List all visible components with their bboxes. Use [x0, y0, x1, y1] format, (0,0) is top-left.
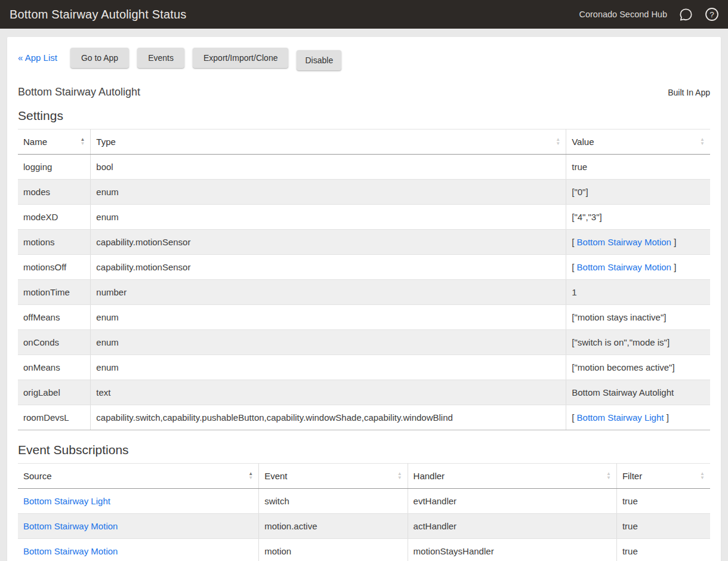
header-right-group: Coronado Second Hub ?	[579, 7, 720, 22]
settings-heading: Settings	[18, 109, 710, 123]
event-source: Bottom Stairway Light	[18, 489, 259, 514]
column-label: Source	[23, 471, 52, 481]
app-title-row: Bottom Stairway Autolight Built In App	[18, 86, 710, 98]
settings-row: motionscapability.motionSensor[ Bottom S…	[18, 230, 710, 255]
sort-icon: ▲▼	[700, 472, 705, 480]
events-col-event[interactable]: Event ▲▼	[259, 464, 408, 489]
settings-row: roomDevsLcapability.switch,capability.pu…	[18, 405, 710, 430]
setting-value: ["4","3"]	[566, 205, 710, 230]
settings-row: origLabeltextBottom Stairway Autolight	[18, 380, 710, 405]
settings-row: motionTimenumber1	[18, 280, 710, 305]
event-subscriptions-heading: Event Subscriptions	[18, 443, 710, 457]
setting-type: bool	[91, 155, 566, 180]
event-handler: evtHandler	[408, 489, 616, 514]
setting-type: capability.motionSensor	[91, 230, 566, 255]
settings-col-value[interactable]: Value ▲▼	[566, 130, 710, 155]
device-link[interactable]: Bottom Stairway Light	[23, 496, 110, 506]
settings-row: loggingbooltrue	[18, 155, 710, 180]
toolbar: « App List Go to App Events Export/Impor…	[18, 45, 710, 70]
setting-value: [ Bottom Stairway Motion ]	[566, 255, 710, 280]
events-header-row: Source ▲▼ Event ▲▼ Handler ▲▼ Filter ▲▼	[18, 464, 710, 489]
settings-row: motionsOffcapability.motionSensor[ Botto…	[18, 255, 710, 280]
setting-name: logging	[18, 155, 91, 180]
events-col-filter[interactable]: Filter ▲▼	[616, 464, 710, 489]
setting-value: 1	[566, 280, 710, 305]
device-link[interactable]: Bottom Stairway Motion	[23, 521, 118, 531]
setting-name: motions	[18, 230, 91, 255]
device-link[interactable]: Bottom Stairway Motion	[577, 262, 671, 272]
settings-row: onMeansenum["motion becomes active"]	[18, 355, 710, 380]
app-name: Bottom Stairway Autolight	[18, 86, 140, 98]
settings-row: modeXDenum["4","3"]	[18, 205, 710, 230]
event-source: Bottom Stairway Motion	[18, 539, 259, 561]
go-to-app-button[interactable]: Go to App	[70, 48, 129, 68]
disable-button[interactable]: Disable	[297, 50, 341, 70]
svg-text:?: ?	[710, 10, 714, 19]
setting-type: enum	[91, 305, 566, 330]
setting-type: enum	[91, 355, 566, 380]
sort-icon: ▲▼	[248, 472, 253, 480]
setting-value: [ Bottom Stairway Light ]	[566, 405, 710, 430]
event-row: Bottom Stairway MotionmotionmotionStaysH…	[18, 539, 710, 561]
setting-value: Bottom Stairway Autolight	[566, 380, 710, 405]
event-name: switch	[259, 489, 408, 514]
event-filter: true	[616, 514, 710, 539]
events-col-source[interactable]: Source ▲▼	[18, 464, 259, 489]
setting-name: onConds	[18, 330, 91, 355]
events-button[interactable]: Events	[137, 48, 184, 68]
setting-type: capability.motionSensor	[91, 255, 566, 280]
event-filter: true	[616, 539, 710, 561]
top-header-bar: Bottom Stairway Autolight Status Coronad…	[0, 0, 728, 29]
sort-icon: ▲▼	[606, 472, 611, 480]
settings-col-name[interactable]: Name ▲▼	[18, 130, 91, 155]
content-card: « App List Go to App Events Export/Impor…	[7, 37, 721, 561]
setting-value: ["motion becomes active"]	[566, 355, 710, 380]
setting-name: modes	[18, 180, 91, 205]
setting-type: enum	[91, 180, 566, 205]
setting-name: modeXD	[18, 205, 91, 230]
device-link[interactable]: Bottom Stairway Motion	[23, 546, 118, 556]
setting-value: [ Bottom Stairway Motion ]	[566, 230, 710, 255]
setting-name: origLabel	[18, 380, 91, 405]
setting-type: enum	[91, 330, 566, 355]
setting-value: ["0"]	[566, 180, 710, 205]
setting-name: motionTime	[18, 280, 91, 305]
event-source: Bottom Stairway Motion	[18, 514, 259, 539]
settings-row: offMeansenum["motion stays inactive"]	[18, 305, 710, 330]
column-label: Type	[96, 137, 116, 147]
settings-table-body: loggingbooltruemodesenum["0"]modeXDenum[…	[18, 155, 710, 430]
setting-type: capability.switch,capability.pushableBut…	[91, 405, 566, 430]
column-label: Handler	[414, 471, 445, 481]
device-link[interactable]: Bottom Stairway Light	[577, 412, 664, 423]
settings-row: onCondsenum["switch is on","mode is"]	[18, 330, 710, 355]
app-list-link[interactable]: « App List	[18, 53, 57, 63]
hub-name: Coronado Second Hub	[579, 10, 667, 19]
help-icon[interactable]: ?	[704, 7, 720, 22]
event-row: Bottom Stairway Motionmotion.activeactHa…	[18, 514, 710, 539]
sort-icon: ▲▼	[397, 472, 402, 480]
chat-icon[interactable]	[678, 7, 693, 22]
setting-name: motionsOff	[18, 255, 91, 280]
setting-value: ["switch is on","mode is"]	[566, 330, 710, 355]
event-filter: true	[616, 489, 710, 514]
sort-icon: ▲▼	[556, 138, 560, 146]
device-link[interactable]: Bottom Stairway Motion	[577, 237, 671, 247]
setting-value: ["motion stays inactive"]	[566, 305, 710, 330]
settings-row: modesenum["0"]	[18, 180, 710, 205]
column-label: Event	[264, 471, 287, 481]
column-label: Filter	[622, 471, 642, 481]
export-import-clone-button[interactable]: Export/Import/Clone	[193, 48, 289, 68]
events-col-handler[interactable]: Handler ▲▼	[408, 464, 616, 489]
setting-name: onMeans	[18, 355, 91, 380]
settings-col-type[interactable]: Type ▲▼	[91, 130, 566, 155]
page-title: Bottom Stairway Autolight Status	[10, 8, 187, 21]
setting-type: number	[91, 280, 566, 305]
sort-icon: ▲▼	[700, 138, 705, 146]
setting-name: offMeans	[18, 305, 91, 330]
event-handler: motionStaysHandler	[408, 539, 616, 561]
events-table-body: Bottom Stairway LightswitchevtHandlertru…	[18, 489, 710, 561]
column-label: Value	[572, 137, 594, 147]
event-name: motion.active	[259, 514, 408, 539]
built-in-app-badge: Built In App	[668, 88, 710, 97]
sort-icon: ▲▼	[80, 138, 85, 146]
